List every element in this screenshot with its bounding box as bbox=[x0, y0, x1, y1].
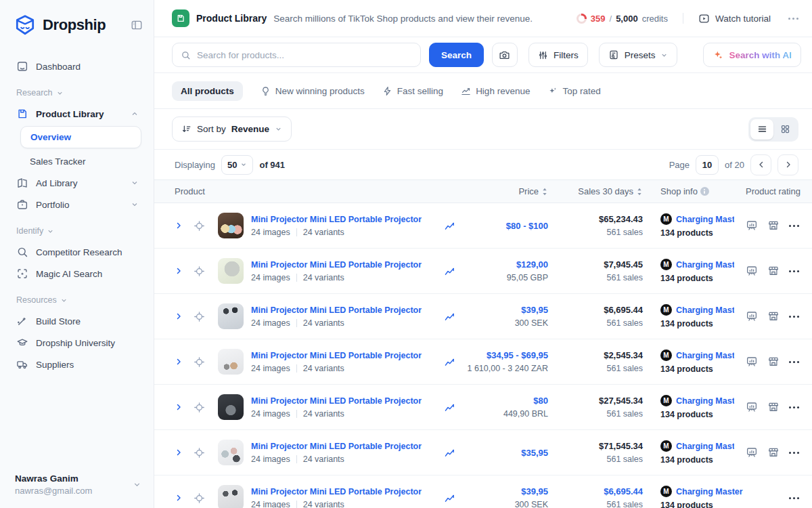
expand-row-icon[interactable] bbox=[175, 448, 194, 457]
track-product-icon[interactable] bbox=[194, 311, 218, 322]
expand-row-icon[interactable] bbox=[175, 312, 194, 320]
sidebar-item-product-library[interactable]: Product Library bbox=[9, 103, 144, 125]
sales-chart-icon[interactable] bbox=[444, 356, 455, 368]
column-header-product[interactable]: Product bbox=[175, 186, 433, 196]
collapse-sidebar-icon[interactable] bbox=[131, 19, 143, 31]
analytics-board-icon[interactable] bbox=[746, 265, 758, 277]
row-more-icon[interactable] bbox=[789, 452, 791, 454]
sidebar-item-portfolio[interactable]: Portfolio bbox=[9, 194, 144, 215]
next-page-button[interactable] bbox=[777, 154, 798, 175]
analytics-board-icon[interactable] bbox=[746, 356, 758, 368]
user-menu[interactable]: Nawras Ganim nawras@gmail.com bbox=[0, 463, 154, 508]
shop-name-link[interactable]: Charging Master bbox=[676, 305, 734, 315]
header-more-icon[interactable] bbox=[788, 18, 790, 20]
analytics-board-icon[interactable] bbox=[746, 219, 758, 232]
sales-chart-icon[interactable] bbox=[444, 266, 455, 277]
product-title-link[interactable]: Mini Projector Mini LED Portable Project… bbox=[251, 396, 422, 406]
product-thumbnail[interactable] bbox=[218, 394, 244, 420]
tab-top-rated[interactable]: Top rated bbox=[547, 86, 600, 96]
list-view-button[interactable] bbox=[750, 119, 773, 140]
sidebar-item-magic-ai-search[interactable]: Magic AI Search bbox=[9, 263, 144, 284]
sidebar-item-suppliers[interactable]: Suppliers bbox=[9, 354, 144, 375]
expand-row-icon[interactable] bbox=[175, 403, 194, 411]
column-header-sales-30-days[interactable]: Sales 30 days bbox=[578, 186, 643, 196]
sales-chart-icon[interactable] bbox=[444, 402, 455, 413]
previous-page-button[interactable] bbox=[750, 154, 771, 175]
shop-name-link[interactable]: Charging Master bbox=[676, 396, 734, 406]
section-identify[interactable]: Identify bbox=[9, 215, 144, 241]
expand-row-icon[interactable] bbox=[175, 267, 194, 275]
product-title-link[interactable]: Mini Projector Mini LED Portable Project… bbox=[251, 351, 422, 360]
row-more-icon[interactable] bbox=[789, 406, 791, 408]
search-box[interactable] bbox=[172, 43, 421, 67]
storefront-icon[interactable] bbox=[767, 401, 780, 413]
column-header-shop-info[interactable]: Shop info bbox=[660, 186, 709, 196]
search-button[interactable]: Search bbox=[429, 43, 484, 67]
sales-chart-icon[interactable] bbox=[444, 311, 455, 322]
product-thumbnail[interactable] bbox=[218, 440, 244, 465]
sidebar-item-ad-library[interactable]: Ad Library bbox=[9, 172, 144, 194]
page-size-select[interactable]: 50 bbox=[221, 155, 253, 175]
presets-button[interactable]: Presets bbox=[599, 43, 678, 67]
expand-row-icon[interactable] bbox=[175, 221, 194, 230]
credits-indicator[interactable]: 359 / 5,000 credits bbox=[577, 14, 668, 24]
filters-button[interactable]: Filters bbox=[528, 43, 588, 67]
tab-fast-selling[interactable]: Fast selling bbox=[382, 86, 443, 96]
sidebar-item-competitor-research[interactable]: Competitor Research bbox=[9, 241, 144, 263]
storefront-icon[interactable] bbox=[767, 310, 780, 322]
sidebar-subitem-overview[interactable]: Overview bbox=[20, 126, 141, 148]
sidebar-item-build-store[interactable]: Build Store bbox=[9, 310, 144, 332]
search-with-ai-button[interactable]: Search with AI bbox=[703, 43, 801, 67]
storefront-icon[interactable] bbox=[767, 446, 780, 459]
row-more-icon[interactable] bbox=[789, 361, 791, 363]
image-search-button[interactable] bbox=[492, 43, 518, 67]
sales-chart-icon[interactable] bbox=[444, 220, 455, 232]
search-input[interactable] bbox=[197, 50, 412, 60]
sidebar-subitem-sales-tracker[interactable]: Sales Tracker bbox=[20, 151, 144, 172]
column-header-product-rating[interactable]: Product rating bbox=[738, 186, 803, 196]
storefront-icon[interactable] bbox=[767, 356, 780, 368]
sales-chart-icon[interactable] bbox=[444, 492, 455, 504]
product-thumbnail[interactable] bbox=[218, 485, 244, 508]
expand-row-icon[interactable] bbox=[175, 358, 194, 366]
tab-new-winning-products[interactable]: New winning products bbox=[261, 86, 365, 96]
expand-row-icon[interactable] bbox=[175, 494, 194, 502]
track-product-icon[interactable] bbox=[194, 356, 218, 368]
product-thumbnail[interactable] bbox=[218, 303, 244, 329]
product-thumbnail[interactable] bbox=[218, 213, 244, 238]
storefront-icon[interactable] bbox=[767, 219, 780, 232]
track-product-icon[interactable] bbox=[194, 402, 218, 413]
analytics-board-icon[interactable] bbox=[746, 401, 758, 413]
track-product-icon[interactable] bbox=[194, 220, 218, 232]
track-product-icon[interactable] bbox=[194, 447, 218, 459]
row-more-icon[interactable] bbox=[789, 270, 791, 272]
section-research[interactable]: Research bbox=[9, 77, 144, 103]
row-more-icon[interactable] bbox=[789, 497, 791, 499]
watch-tutorial-button[interactable]: Watch tutorial bbox=[698, 13, 771, 24]
shop-name-link[interactable]: Charging Master bbox=[676, 487, 743, 496]
shop-name-link[interactable]: Charging Master bbox=[676, 351, 734, 360]
tab-high-revenue[interactable]: High revenue bbox=[461, 86, 530, 96]
product-title-link[interactable]: Mini Projector Mini LED Portable Project… bbox=[251, 305, 422, 315]
sidebar-item-dashboard[interactable]: Dashboard bbox=[9, 56, 144, 77]
shop-name-link[interactable]: Charging Master bbox=[676, 442, 734, 451]
sidebar-item-dropship-university[interactable]: Dropship University bbox=[9, 332, 144, 354]
shop-name-link[interactable]: Charging Master bbox=[676, 215, 734, 224]
section-resources[interactable]: Resources bbox=[9, 284, 144, 310]
analytics-board-icon[interactable] bbox=[746, 310, 758, 322]
sales-chart-icon[interactable] bbox=[444, 447, 455, 459]
product-title-link[interactable]: Mini Projector Mini LED Portable Project… bbox=[251, 260, 422, 270]
row-more-icon[interactable] bbox=[789, 316, 791, 318]
storefront-icon[interactable] bbox=[767, 265, 780, 277]
page-number-input[interactable]: 10 bbox=[696, 155, 719, 175]
analytics-board-icon[interactable] bbox=[746, 446, 758, 459]
product-title-link[interactable]: Mini Projector Mini LED Portable Project… bbox=[251, 442, 422, 451]
row-more-icon[interactable] bbox=[789, 225, 791, 227]
shop-name-link[interactable]: Charging Master bbox=[676, 260, 734, 270]
track-product-icon[interactable] bbox=[194, 492, 218, 504]
product-thumbnail[interactable] bbox=[218, 258, 244, 284]
tab-all-products[interactable]: All products bbox=[172, 81, 243, 101]
track-product-icon[interactable] bbox=[194, 266, 218, 277]
product-thumbnail[interactable] bbox=[218, 349, 244, 375]
grid-view-button[interactable] bbox=[773, 119, 796, 140]
